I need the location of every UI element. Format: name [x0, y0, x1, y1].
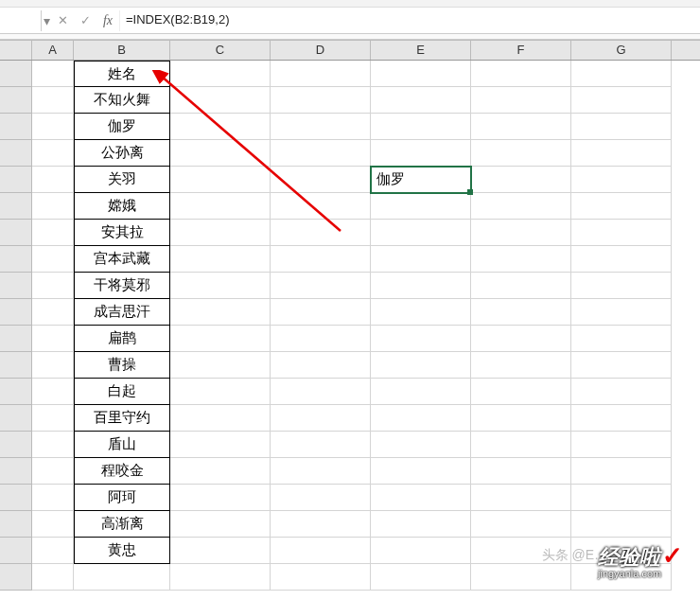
formula-input[interactable]: =INDEX(B2:B19,2): [119, 10, 696, 31]
cell[interactable]: [32, 432, 74, 458]
cell[interactable]: [371, 87, 471, 114]
cancel-button[interactable]: ✕: [51, 10, 74, 31]
cell[interactable]: [371, 273, 471, 299]
cell[interactable]: [471, 193, 571, 220]
cell[interactable]: [571, 193, 672, 220]
row-header[interactable]: [0, 405, 32, 432]
cell[interactable]: [571, 246, 672, 273]
cell[interactable]: [32, 564, 74, 591]
col-header-F[interactable]: F: [471, 41, 571, 60]
cell[interactable]: [571, 326, 672, 352]
cell[interactable]: [170, 326, 271, 352]
cell[interactable]: 宫本武藏: [74, 246, 170, 273]
cell[interactable]: [271, 246, 371, 273]
cell[interactable]: [471, 511, 571, 538]
cell[interactable]: [571, 167, 672, 193]
cell[interactable]: [170, 538, 271, 564]
row-header[interactable]: [0, 379, 32, 405]
cell[interactable]: [32, 114, 74, 140]
col-header-B[interactable]: B: [74, 41, 170, 60]
cell[interactable]: [271, 538, 371, 564]
col-header-D[interactable]: D: [271, 41, 371, 60]
row-header[interactable]: [0, 61, 32, 87]
cell[interactable]: [371, 458, 471, 485]
cell[interactable]: [170, 167, 271, 193]
cell[interactable]: 成吉思汗: [74, 299, 170, 326]
cell[interactable]: [571, 140, 672, 167]
cell[interactable]: [371, 220, 471, 246]
cell[interactable]: [170, 432, 271, 458]
cell[interactable]: [271, 61, 371, 87]
cell[interactable]: [271, 114, 371, 140]
cell[interactable]: [170, 140, 271, 167]
row-header[interactable]: [0, 485, 32, 511]
cell[interactable]: 白起: [74, 379, 170, 405]
cell[interactable]: [32, 458, 74, 485]
cell[interactable]: [170, 379, 271, 405]
cell[interactable]: [170, 87, 271, 114]
cell[interactable]: [271, 299, 371, 326]
cell[interactable]: [271, 458, 371, 485]
cell[interactable]: [170, 458, 271, 485]
cell[interactable]: [32, 538, 74, 564]
cell[interactable]: 黄忠: [74, 538, 170, 564]
cell[interactable]: [371, 538, 471, 564]
cell[interactable]: [271, 511, 371, 538]
cell[interactable]: [471, 246, 571, 273]
cell[interactable]: [571, 511, 672, 538]
cell[interactable]: [271, 432, 371, 458]
cell[interactable]: [371, 299, 471, 326]
col-header-E[interactable]: E: [371, 41, 471, 60]
cell[interactable]: 曹操: [74, 352, 170, 379]
col-header-G[interactable]: G: [571, 41, 672, 60]
cell[interactable]: [32, 511, 74, 538]
name-box[interactable]: [4, 10, 42, 31]
cell[interactable]: [271, 140, 371, 167]
cell[interactable]: [371, 246, 471, 273]
cell[interactable]: [471, 61, 571, 87]
cell[interactable]: [170, 352, 271, 379]
cell[interactable]: [571, 273, 672, 299]
col-header-A[interactable]: A: [32, 41, 74, 60]
row-header[interactable]: [0, 432, 32, 458]
cell[interactable]: [170, 114, 271, 140]
cell[interactable]: [371, 140, 471, 167]
name-box-dropdown[interactable]: ▾: [42, 8, 51, 33]
cell[interactable]: 关羽: [74, 167, 170, 193]
cell[interactable]: 不知火舞: [74, 87, 170, 114]
cell[interactable]: 姓名: [74, 61, 170, 87]
row-header[interactable]: [0, 114, 32, 140]
cell[interactable]: [471, 379, 571, 405]
cell[interactable]: 高渐离: [74, 511, 170, 538]
cell[interactable]: [271, 167, 371, 193]
fx-button[interactable]: fx: [96, 13, 119, 28]
cell[interactable]: [271, 87, 371, 114]
cell[interactable]: [271, 326, 371, 352]
cell[interactable]: [571, 352, 672, 379]
cell[interactable]: [371, 485, 471, 511]
cell[interactable]: [571, 61, 672, 87]
cell[interactable]: [371, 352, 471, 379]
cell[interactable]: [170, 273, 271, 299]
row-header[interactable]: [0, 458, 32, 485]
cell[interactable]: [32, 140, 74, 167]
cell[interactable]: 百里守约: [74, 405, 170, 432]
cell[interactable]: [371, 326, 471, 352]
cell[interactable]: [170, 61, 271, 87]
cell[interactable]: [170, 299, 271, 326]
row-header[interactable]: [0, 326, 32, 352]
cell[interactable]: [471, 220, 571, 246]
cell[interactable]: 安其拉: [74, 220, 170, 246]
cell[interactable]: [32, 167, 74, 193]
cell[interactable]: [170, 511, 271, 538]
cell[interactable]: [32, 193, 74, 220]
cell[interactable]: [471, 405, 571, 432]
cell[interactable]: 嫦娥: [74, 193, 170, 220]
cell[interactable]: [471, 299, 571, 326]
row-header[interactable]: [0, 193, 32, 220]
cell[interactable]: [32, 273, 74, 299]
cell[interactable]: [471, 273, 571, 299]
cell[interactable]: [471, 564, 571, 591]
row-header[interactable]: [0, 511, 32, 538]
cell[interactable]: [571, 379, 672, 405]
